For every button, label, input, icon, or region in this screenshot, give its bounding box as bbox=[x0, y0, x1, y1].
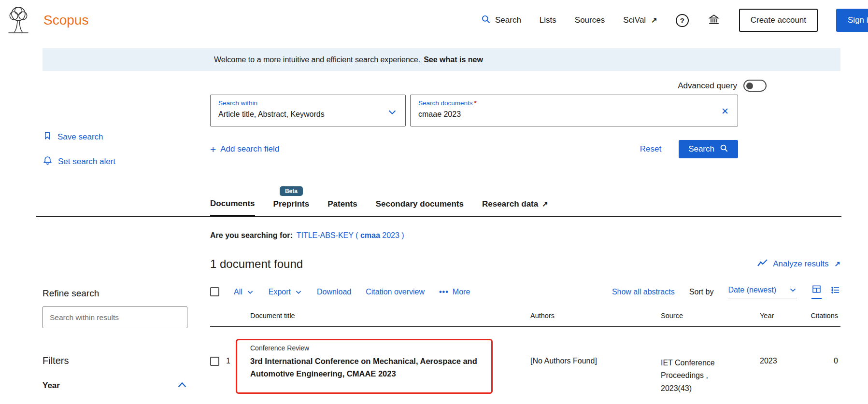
document-title-link[interactable]: 3rd International Conference on Mechanic… bbox=[250, 355, 484, 380]
results-toolbar: All Export Download Citation overview ••… bbox=[210, 284, 840, 299]
nav-sources[interactable]: Sources bbox=[575, 15, 605, 25]
search-form-main: Search within Article title, Abstract, K… bbox=[210, 95, 840, 180]
show-all-abstracts-link[interactable]: Show all abstracts bbox=[612, 288, 675, 296]
nav-search[interactable]: Search bbox=[481, 14, 521, 27]
download-button[interactable]: Download bbox=[317, 288, 351, 296]
search-icon bbox=[481, 14, 491, 27]
top-header: Scopus Search Lists Sources SciVal ↗ ? bbox=[0, 0, 868, 41]
column-authors: Authors bbox=[530, 312, 661, 320]
tab-documents[interactable]: Documents bbox=[210, 199, 255, 217]
suggestion-prefix: Are you searching for: bbox=[210, 231, 293, 239]
chevron-up-icon bbox=[177, 381, 187, 390]
document-count: 1 document found bbox=[210, 257, 303, 271]
search-within-results-input[interactable] bbox=[43, 306, 187, 328]
external-link-icon: ↗ bbox=[542, 200, 548, 209]
authors-cell: [No Authors Found] bbox=[530, 344, 661, 395]
external-link-icon: ↗ bbox=[834, 260, 840, 268]
results-list: All Export Download Citation overview ••… bbox=[210, 284, 840, 404]
filters-title: Filters bbox=[43, 355, 210, 366]
column-document-title: Document title bbox=[250, 312, 530, 320]
all-dropdown[interactable]: All bbox=[234, 288, 254, 296]
see-what-is-new-link[interactable]: See what is new bbox=[424, 56, 483, 64]
welcome-banner: Welcome to a more intuitive and efficien… bbox=[43, 48, 840, 71]
elsevier-tree-icon bbox=[5, 4, 32, 36]
results-count-row: 1 document found Analyze results ↗ bbox=[210, 257, 840, 271]
header-nav: Search Lists Sources SciVal ↗ ? Create a… bbox=[481, 9, 868, 32]
toggle-knob bbox=[746, 83, 753, 89]
tab-secondary-documents[interactable]: Secondary documents bbox=[376, 199, 464, 216]
grid-view-icon[interactable] bbox=[811, 284, 822, 299]
analyze-results-link[interactable]: Analyze results ↗ bbox=[757, 259, 840, 269]
bookmark-icon bbox=[43, 130, 52, 143]
row-index: 1 bbox=[226, 357, 230, 365]
search-button[interactable]: Search bbox=[679, 140, 738, 158]
tab-patents[interactable]: Patents bbox=[327, 199, 357, 216]
help-icon[interactable]: ? bbox=[676, 14, 689, 27]
view-toggle bbox=[811, 284, 840, 299]
search-documents-field: Search documents* ✕ bbox=[410, 95, 738, 126]
select-all-checkbox[interactable] bbox=[210, 287, 219, 296]
advanced-query-row: Advanced query bbox=[0, 80, 767, 92]
refine-panel: Refine search Filters Year Range Individ… bbox=[43, 284, 210, 404]
year-cell: 2023 bbox=[760, 344, 803, 395]
banner-text: Welcome to a more intuitive and efficien… bbox=[214, 56, 420, 64]
chevron-down-icon bbox=[246, 288, 254, 296]
chart-zigzag-icon bbox=[757, 259, 768, 269]
year-filter-header[interactable]: Year bbox=[43, 381, 187, 390]
scopus-wordmark: Scopus bbox=[43, 13, 88, 28]
export-dropdown[interactable]: Export bbox=[269, 288, 302, 296]
advanced-query-label: Advanced query bbox=[678, 81, 737, 91]
chevron-down-icon bbox=[295, 288, 302, 296]
results-area: Refine search Filters Year Range Individ… bbox=[0, 284, 868, 404]
search-within-label: Search within bbox=[218, 99, 398, 107]
advanced-query-toggle[interactable] bbox=[743, 80, 767, 92]
search-form: Save search Set search alert Search with… bbox=[0, 92, 868, 180]
result-type-tabs: Documents Beta Preprints Patents Seconda… bbox=[36, 199, 841, 217]
save-search-link[interactable]: Save search bbox=[43, 130, 210, 143]
document-type: Conference Review bbox=[250, 344, 530, 352]
column-source: Source bbox=[661, 312, 760, 320]
more-menu[interactable]: ••• More bbox=[439, 288, 470, 296]
citations-cell: 0 bbox=[803, 344, 838, 395]
search-documents-label: Search documents* bbox=[418, 99, 730, 107]
beta-badge: Beta bbox=[280, 186, 303, 196]
add-search-field-link[interactable]: + Add search field bbox=[210, 144, 279, 154]
create-account-button[interactable]: Create account bbox=[739, 9, 818, 32]
results-table-header: Document title Authors Source Year Citat… bbox=[210, 312, 840, 327]
citation-overview-button[interactable]: Citation overview bbox=[366, 288, 425, 296]
table-row: 1 Conference Review 3rd International Co… bbox=[210, 344, 840, 395]
nav-lists[interactable]: Lists bbox=[540, 15, 556, 25]
set-search-alert-link[interactable]: Set search alert bbox=[43, 155, 210, 168]
row-select-cell: 1 bbox=[210, 344, 250, 395]
sort-select[interactable]: Date (newest) bbox=[728, 286, 797, 298]
row-checkbox[interactable] bbox=[210, 357, 219, 366]
search-within-value: Article title, Abstract, Keywords bbox=[218, 110, 398, 119]
search-within-select[interactable]: Search within Article title, Abstract, K… bbox=[210, 95, 406, 126]
chevron-down-icon bbox=[387, 107, 398, 119]
search-suggestion: Are you searching for:TITLE-ABS-KEY ( cm… bbox=[210, 231, 868, 240]
refine-search-title: Refine search bbox=[43, 284, 210, 299]
search-side-actions: Save search Set search alert bbox=[43, 95, 210, 180]
required-asterisk: * bbox=[474, 99, 477, 107]
column-citations: Citations bbox=[803, 312, 838, 320]
institution-icon[interactable] bbox=[707, 13, 721, 28]
plus-icon: + bbox=[210, 144, 216, 154]
select-column-header bbox=[210, 312, 250, 320]
sort-by-label: Sort by bbox=[689, 288, 714, 296]
nav-scival[interactable]: SciVal ↗ bbox=[623, 15, 657, 25]
tab-research-data[interactable]: Research data ↗ bbox=[482, 199, 548, 216]
reset-button[interactable]: Reset bbox=[640, 144, 661, 154]
source-cell[interactable]: IET Conference Proceedings , 2023(43) bbox=[661, 344, 760, 395]
search-fields-row: Search within Article title, Abstract, K… bbox=[210, 95, 840, 126]
column-year: Year bbox=[760, 312, 803, 320]
suggestion-query-link[interactable]: TITLE-ABS-KEY ( cmaa 2023 ) bbox=[297, 231, 404, 239]
sign-in-button[interactable]: Sign in bbox=[836, 9, 868, 32]
clear-search-icon[interactable]: ✕ bbox=[721, 106, 729, 117]
list-view-icon[interactable] bbox=[830, 285, 840, 299]
tab-preprints[interactable]: Beta Preprints bbox=[273, 199, 310, 216]
scopus-logo[interactable]: Scopus bbox=[5, 4, 88, 36]
document-title-cell: Conference Review 3rd International Conf… bbox=[250, 344, 530, 395]
chevron-down-icon bbox=[789, 286, 797, 294]
search-icon bbox=[720, 144, 728, 155]
search-documents-input[interactable] bbox=[418, 110, 699, 119]
